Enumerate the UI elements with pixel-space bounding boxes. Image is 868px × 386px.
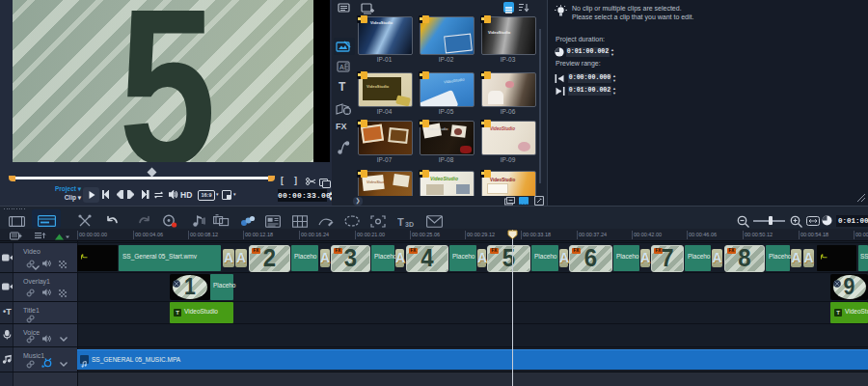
svg-text:A: A — [339, 64, 344, 70]
svg-text:3D: 3D — [405, 221, 414, 228]
svg-text:T: T — [397, 216, 404, 228]
